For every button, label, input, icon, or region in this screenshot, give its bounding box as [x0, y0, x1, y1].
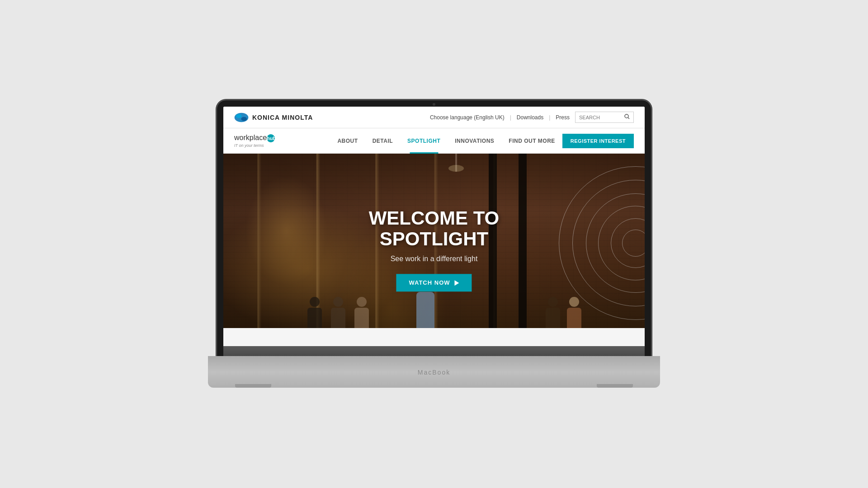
brand-name: workplacehub — [234, 134, 275, 142]
search-input[interactable] — [579, 115, 624, 120]
nav-detail[interactable]: DETAIL — [365, 128, 400, 154]
watch-now-label: WATCH NOW — [409, 280, 450, 286]
workplacehub-logo[interactable]: workplacehub IT on your terms — [234, 134, 275, 148]
macbook-brand-label: MacBook — [208, 356, 660, 376]
website-viewport: KONICA MINOLTA Choose language (English … — [223, 107, 645, 346]
nav-innovations[interactable]: INNOVATIONS — [448, 128, 501, 154]
logo-brand-text: KONICA MINOLTA — [252, 114, 313, 121]
sub-navigation-bar: workplacehub IT on your terms ABOUT DETA… — [223, 128, 645, 154]
hero-text-container: WELCOME TO SPOTLIGHT See work in a diffe… — [307, 208, 560, 291]
svg-point-3 — [625, 114, 628, 118]
separator-2: | — [549, 114, 550, 121]
bottom-white-bar — [223, 328, 645, 346]
laptop-screen: KONICA MINOLTA Choose language (English … — [217, 100, 651, 356]
language-selector[interactable]: Choose language (English UK) — [430, 114, 505, 121]
nav-about[interactable]: ABOUT — [330, 128, 365, 154]
hero-title-line2: SPOTLIGHT — [307, 229, 560, 250]
hero-subtitle: See work in a different light — [307, 255, 560, 263]
hero-section: WELCOME TO SPOTLIGHT See work in a diffe… — [223, 154, 645, 346]
play-icon — [455, 280, 459, 286]
nav-spotlight[interactable]: SPOTLIGHT — [400, 128, 448, 154]
laptop-foot-left — [235, 384, 271, 388]
downloads-link[interactable]: Downloads — [517, 114, 543, 121]
watch-now-button[interactable]: WATCH NOW — [396, 274, 472, 292]
brand-tagline: IT on your terms — [234, 143, 275, 148]
laptop-foot-right — [597, 384, 633, 388]
search-icon — [624, 114, 630, 119]
hero-title: WELCOME TO SPOTLIGHT — [307, 208, 560, 249]
top-navigation-bar: KONICA MINOLTA Choose language (English … — [223, 107, 645, 128]
press-link[interactable]: Press — [556, 114, 570, 121]
svg-point-0 — [235, 113, 249, 122]
search-button[interactable] — [624, 114, 630, 121]
svg-point-2 — [241, 117, 247, 121]
top-right-nav: Choose language (English UK) | Downloads… — [430, 112, 634, 123]
nav-find-out-more[interactable]: FIND OUT MORE — [501, 128, 562, 154]
main-nav-links: ABOUT DETAIL SPOTLIGHT INNOVATIONS FIND … — [330, 128, 634, 154]
konica-minolta-logo-icon — [234, 113, 249, 122]
camera-dot — [433, 103, 435, 106]
hero-title-line1: WELCOME TO — [307, 208, 560, 229]
separator-1: | — [510, 114, 511, 121]
search-box[interactable] — [575, 112, 634, 123]
register-interest-button[interactable]: REGISTER INTEREST — [562, 134, 634, 148]
svg-point-1 — [236, 114, 242, 118]
laptop-base: MacBook — [208, 356, 660, 388]
laptop-chin — [223, 346, 645, 356]
konica-minolta-logo[interactable]: KONICA MINOLTA — [234, 113, 313, 122]
svg-line-4 — [628, 117, 629, 119]
